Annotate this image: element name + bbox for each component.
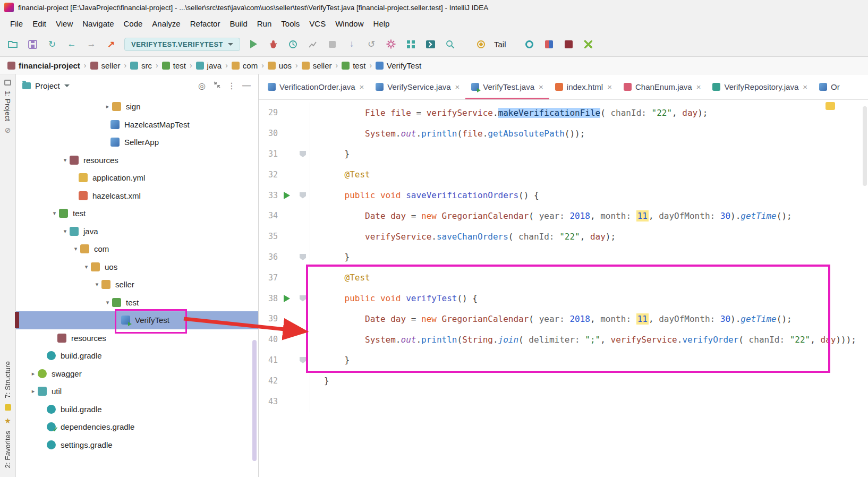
close-tab-icon[interactable]: × [803,82,807,91]
code-line[interactable]: 43 [259,391,868,412]
breadcrumb-item-financial-project[interactable]: financial-project [7,61,80,70]
breadcrumb-item-com[interactable]: com [232,61,258,70]
project-tree-scrollbar[interactable] [252,340,257,461]
tree-item-resources[interactable]: ▾resources [16,151,258,169]
tree-item-java[interactable]: ▾java [16,223,258,241]
stripe-project-label[interactable]: 1: Project [4,91,12,121]
tab-VerifyRepository.java[interactable]: VerifyRepository.java× [707,74,813,99]
run-configuration-select[interactable]: VERIFYTEST.VERIFYTEST [124,38,240,51]
code-line[interactable]: 32 @Test [259,164,868,185]
synchronize-icon[interactable]: ↻ [46,38,58,50]
code-text[interactable]: } [310,144,868,165]
code-text[interactable]: @Test [310,164,868,185]
code-line[interactable]: 42} [259,370,868,391]
tree-item-util[interactable]: ▸util [16,382,258,401]
menu-build[interactable]: Build [225,17,252,30]
menu-refactor[interactable]: Refactor [185,17,225,30]
menu-run[interactable]: Run [252,17,277,30]
breadcrumb-item-src[interactable]: src [130,61,152,70]
code-text[interactable]: File file = verifyService.makeVerificati… [310,103,868,123]
tree-chevron-down-icon[interactable]: ▾ [71,245,80,252]
code-text[interactable]: System.out.println(file.getAbsolutePath(… [310,123,868,144]
code-text[interactable]: verifyService.saveChanOrders( chanId: "2… [310,226,868,247]
code-text[interactable] [310,391,868,412]
menu-analyze[interactable]: Analyze [147,17,185,30]
tab-VerificationOrder.java[interactable]: VerificationOrder.java× [262,74,370,99]
tab-VerifyService.java[interactable]: VerifyService.java× [370,74,465,99]
tree-item-test[interactable]: ▾test [16,205,258,223]
stop-icon[interactable] [326,38,338,50]
record-icon[interactable] [523,38,536,50]
locate-file-icon[interactable]: ◎ [197,81,207,91]
code-line[interactable]: 30 System.out.println(file.getAbsolutePa… [259,123,868,144]
tab-Or[interactable]: Or [813,74,846,99]
search-everywhere-icon[interactable] [444,38,456,50]
menu-code[interactable]: Code [118,17,147,30]
code-text[interactable]: Date day = new GregorianCalendar( year: … [310,206,868,226]
tree-chevron-right-icon[interactable]: ▸ [29,388,38,395]
close-tab-icon[interactable]: × [360,82,364,91]
menu-edit[interactable]: Edit [28,17,51,30]
back-icon[interactable]: ← [65,38,78,50]
tab-ChanEnum.java[interactable]: ChanEnum.java× [618,74,707,99]
tail-marker-icon[interactable] [474,38,487,50]
debug-icon[interactable] [267,38,279,50]
tree-item-dependencies.gradle[interactable]: dependencies.gradle [16,418,258,436]
close-tab-icon[interactable]: × [539,82,543,91]
code-text[interactable]: } [310,370,868,391]
code-line[interactable]: 31 } [259,144,868,165]
tree-chevron-down-icon[interactable]: ▾ [103,299,112,306]
tab-VerifyTest.java[interactable]: VerifyTest.java× [465,74,549,99]
database-icon[interactable] [563,38,575,50]
close-tab-icon[interactable]: × [455,82,460,91]
tail-label[interactable]: Tail [494,40,506,49]
options-kebab-icon[interactable]: ⋮ [226,81,237,91]
tree-item-application.yml[interactable]: application.yml [16,169,258,187]
breadcrumb-item-VerifyTest[interactable]: VerifyTest [376,61,421,70]
close-tab-icon[interactable]: × [696,82,701,91]
menu-view[interactable]: View [51,17,78,30]
tree-chevron-down-icon[interactable]: ▾ [92,281,101,288]
plugin-x-icon[interactable] [582,38,595,50]
editor-scrollbar[interactable] [863,106,867,186]
close-tab-icon[interactable]: × [607,82,612,91]
tree-item-SellerApp[interactable]: SellerApp [16,133,258,151]
forward-icon[interactable]: → [85,38,98,50]
modules-grid-icon[interactable] [404,38,417,50]
open-project-icon[interactable] [6,38,19,50]
code-line[interactable]: 34 Date day = new GregorianCalendar( yea… [259,206,868,226]
save-all-icon[interactable] [26,38,39,50]
code-line[interactable]: 33 public void saveVerificationOrders() … [259,185,868,206]
rollback-icon[interactable]: ↺ [365,38,378,50]
update-project-icon[interactable]: ↓ [345,38,358,50]
fold-marker-icon[interactable] [300,254,306,260]
run-test-icon[interactable] [284,295,290,302]
breadcrumb-item-test[interactable]: test [342,61,365,70]
collapse-all-icon[interactable] [211,81,222,90]
stripe-favorites-label[interactable]: 2: Favorites [4,431,12,469]
coverage-icon[interactable] [286,38,299,50]
tree-item-seller[interactable]: ▾seller [16,276,258,294]
tree-chevron-right-icon[interactable]: ▸ [29,370,38,377]
tree-item-build.gradle[interactable]: build.gradle [16,401,258,419]
menu-tools[interactable]: Tools [276,17,304,30]
tree-chevron-down-icon[interactable]: ▾ [61,228,70,235]
terminal-icon[interactable] [424,38,437,50]
breadcrumb-item-uos[interactable]: uos [268,61,292,70]
tree-chevron-right-icon[interactable]: ▸ [103,103,112,110]
breadcrumb-item-seller[interactable]: seller [90,61,121,70]
menu-navigate[interactable]: Navigate [78,17,118,30]
tree-item-hazelcast.xml[interactable]: hazelcast.xml [16,187,258,205]
code-line[interactable]: 29 File file = verifyService.makeVerific… [259,103,868,123]
tree-chevron-down-icon[interactable]: ▾ [50,210,59,217]
tree-chevron-down-icon[interactable]: ▾ [82,263,91,270]
menu-file[interactable]: File [5,17,28,30]
menu-vcs[interactable]: VCS [304,17,330,30]
breadcrumb-item-test[interactable]: test [162,61,186,70]
tree-item-com[interactable]: ▾com [16,240,258,258]
hide-panel-icon[interactable]: — [241,81,252,90]
rerun-icon[interactable]: ↗ [105,38,117,50]
code-text[interactable]: public void saveVerificationOrders() { [310,185,868,206]
code-line[interactable]: 35 verifyService.saveChanOrders( chanId:… [259,226,868,247]
tree-item-uos[interactable]: ▾uos [16,258,258,276]
